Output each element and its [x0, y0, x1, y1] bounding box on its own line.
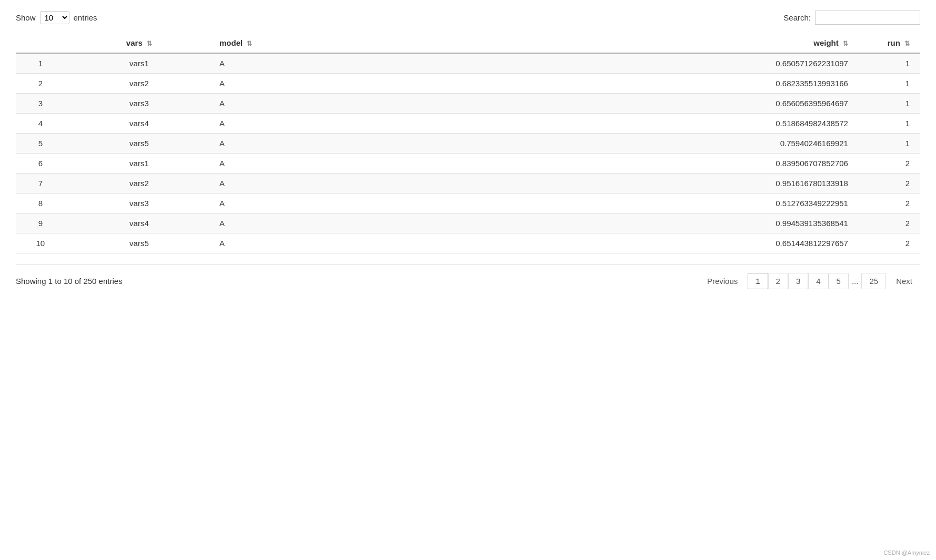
col-header-index: [16, 33, 65, 53]
showing-info: Showing 1 to 10 of 250 entries: [16, 277, 123, 286]
page-button-3[interactable]: 3: [788, 273, 808, 289]
cell-vars: vars3: [65, 94, 213, 114]
cell-model: A: [213, 74, 641, 94]
cell-run: 1: [854, 53, 920, 74]
cell-index: 7: [16, 174, 65, 194]
cell-run: 1: [854, 94, 920, 114]
page-button-4[interactable]: 4: [808, 273, 828, 289]
cell-run: 1: [854, 114, 920, 134]
cell-model: A: [213, 94, 641, 114]
cell-index: 4: [16, 114, 65, 134]
cell-weight: 0.512763349222951: [641, 194, 854, 213]
cell-index: 8: [16, 194, 65, 213]
cell-vars: vars4: [65, 213, 213, 233]
cell-model: A: [213, 213, 641, 233]
cell-vars: vars5: [65, 134, 213, 154]
pagination: Previous 12345...25 Next: [699, 273, 920, 289]
cell-model: A: [213, 134, 641, 154]
cell-run: 2: [854, 233, 920, 253]
show-label: Show: [16, 13, 36, 22]
cell-weight: 0.656056395964697: [641, 94, 854, 114]
cell-run: 2: [854, 213, 920, 233]
search-input[interactable]: [815, 11, 920, 25]
table-row: 5vars5A0.759402461699211: [16, 134, 920, 154]
cell-index: 2: [16, 74, 65, 94]
col-header-run[interactable]: run ⇅: [854, 33, 920, 53]
table-row: 7vars2A0.9516167801339182: [16, 174, 920, 194]
table-body: 1vars1A0.65057126223109712vars2A0.682335…: [16, 53, 920, 253]
cell-model: A: [213, 174, 641, 194]
cell-model: A: [213, 114, 641, 134]
cell-model: A: [213, 194, 641, 213]
page-button-5[interactable]: 5: [829, 273, 849, 289]
col-header-vars[interactable]: vars ⇅: [65, 33, 213, 53]
cell-vars: vars2: [65, 74, 213, 94]
col-header-weight[interactable]: weight ⇅: [641, 33, 854, 53]
cell-vars: vars3: [65, 194, 213, 213]
cell-index: 9: [16, 213, 65, 233]
cell-model: A: [213, 233, 641, 253]
cell-index: 5: [16, 134, 65, 154]
page-button-2[interactable]: 2: [768, 273, 788, 289]
page-button-1[interactable]: 1: [748, 273, 768, 289]
data-table: vars ⇅ model ⇅ weight ⇅ run ⇅ 1vars1A0.6…: [16, 33, 920, 253]
page-button-25[interactable]: 25: [861, 273, 886, 289]
cell-run: 1: [854, 74, 920, 94]
cell-index: 6: [16, 154, 65, 174]
cell-weight: 0.75940246169921: [641, 134, 854, 154]
entries-select[interactable]: 102550100: [40, 11, 69, 24]
cell-weight: 0.650571262231097: [641, 53, 854, 74]
cell-run: 2: [854, 194, 920, 213]
cell-index: 1: [16, 53, 65, 74]
table-row: 2vars2A0.6823355139931661: [16, 74, 920, 94]
table-row: 8vars3A0.5127633492229512: [16, 194, 920, 213]
weight-sort-icon: ⇅: [843, 40, 848, 47]
cell-weight: 0.994539135368541: [641, 213, 854, 233]
entries-label: entries: [74, 13, 97, 22]
cell-run: 2: [854, 154, 920, 174]
cell-vars: vars4: [65, 114, 213, 134]
col-run-label: run: [888, 38, 900, 47]
pagination-ellipsis: ...: [849, 273, 862, 289]
table-row: 4vars4A0.5186849824385721: [16, 114, 920, 134]
cell-vars: vars2: [65, 174, 213, 194]
table-row: 1vars1A0.6505712622310971: [16, 53, 920, 74]
top-controls: Show 102550100 entries Search:: [16, 11, 920, 25]
search-label: Search:: [783, 13, 811, 22]
page-buttons: 12345...25: [748, 273, 886, 289]
search-box: Search:: [783, 11, 920, 25]
model-sort-icon: ⇅: [247, 40, 252, 47]
next-button[interactable]: Next: [888, 273, 920, 289]
col-model-label: model: [219, 38, 243, 47]
table-header-row: vars ⇅ model ⇅ weight ⇅ run ⇅: [16, 33, 920, 53]
table-row: 10vars5A0.6514438122976572: [16, 233, 920, 253]
cell-vars: vars1: [65, 154, 213, 174]
bottom-controls: Showing 1 to 10 of 250 entries Previous …: [16, 264, 920, 289]
cell-vars: vars5: [65, 233, 213, 253]
show-entries-control: Show 102550100 entries: [16, 11, 97, 24]
table-row: 6vars1A0.8395067078527062: [16, 154, 920, 174]
table-row: 9vars4A0.9945391353685412: [16, 213, 920, 233]
col-weight-label: weight: [813, 38, 839, 47]
cell-weight: 0.518684982438572: [641, 114, 854, 134]
vars-sort-icon: ⇅: [147, 40, 152, 47]
previous-button[interactable]: Previous: [699, 273, 746, 289]
col-vars-label: vars: [126, 38, 143, 47]
table-row: 3vars3A0.6560563959646971: [16, 94, 920, 114]
col-header-model[interactable]: model ⇅: [213, 33, 641, 53]
cell-weight: 0.839506707852706: [641, 154, 854, 174]
cell-index: 3: [16, 94, 65, 114]
cell-index: 10: [16, 233, 65, 253]
cell-weight: 0.951616780133918: [641, 174, 854, 194]
cell-run: 2: [854, 174, 920, 194]
cell-weight: 0.682335513993166: [641, 74, 854, 94]
cell-model: A: [213, 53, 641, 74]
cell-vars: vars1: [65, 53, 213, 74]
cell-run: 1: [854, 134, 920, 154]
cell-weight: 0.651443812297657: [641, 233, 854, 253]
cell-model: A: [213, 154, 641, 174]
run-sort-icon: ⇅: [904, 40, 910, 47]
